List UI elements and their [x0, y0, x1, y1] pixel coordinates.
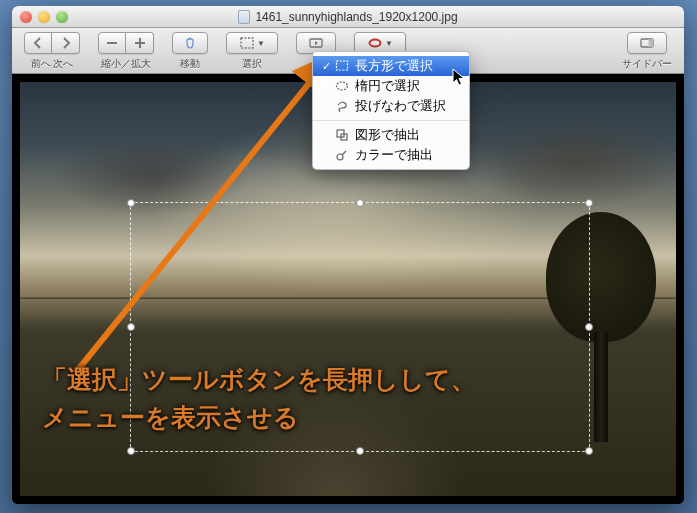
window-title: 1461_sunnyhighlands_1920x1200.jpg	[255, 10, 457, 24]
ellipse-select-icon	[333, 79, 351, 93]
slideshow-icon	[308, 35, 324, 51]
menu-item-rect-select[interactable]: ✓ 長方形で選択	[313, 56, 469, 76]
annotation-arrow-icon	[47, 51, 357, 381]
lasso-icon	[333, 99, 351, 113]
svg-line-11	[77, 61, 327, 371]
menu-item-label: カラーで抽出	[355, 146, 433, 164]
dropdown-indicator-icon: ▼	[257, 39, 265, 48]
resize-handle[interactable]	[585, 323, 593, 331]
zoom-window-button[interactable]	[56, 11, 68, 23]
svg-point-2	[370, 40, 381, 47]
preview-window: 1461_sunnyhighlands_1920x1200.jpg 前へ 次へ	[12, 6, 684, 504]
menu-item-label: 楕円で選択	[355, 77, 420, 95]
annotation-text: 「選択」ツールボタンを長押しして、 メニューを表示させる	[42, 361, 476, 436]
sidebar-toggle-button[interactable]	[627, 32, 667, 54]
menu-item-ellipse-select[interactable]: 楕円で選択	[313, 76, 469, 96]
menu-item-label: 投げなわで選択	[355, 97, 446, 115]
select-tool-menu: ✓ 長方形で選択 楕円で選択 投げなわで選択 図形で抽出	[312, 51, 470, 170]
oval-icon	[367, 35, 383, 51]
svg-rect-5	[337, 61, 348, 70]
annotation-line1: 「選択」ツールボタンを長押しして、	[42, 365, 476, 393]
title-area: 1461_sunnyhighlands_1920x1200.jpg	[12, 10, 684, 24]
document-icon	[238, 10, 250, 24]
sidebar-icon	[639, 35, 655, 51]
sidebar-group: サイドバー	[622, 32, 672, 71]
menu-item-color-extract[interactable]: カラーで抽出	[313, 145, 469, 165]
svg-rect-0	[241, 38, 253, 48]
menu-item-label: 図形で抽出	[355, 126, 420, 144]
checkmark-icon: ✓	[319, 60, 333, 73]
resize-handle[interactable]	[585, 199, 593, 207]
resize-handle[interactable]	[127, 447, 135, 455]
svg-rect-4	[649, 39, 654, 47]
shape-extract-icon	[333, 128, 351, 142]
resize-handle[interactable]	[585, 447, 593, 455]
window-controls	[20, 11, 68, 23]
svg-point-6	[337, 82, 348, 90]
titlebar: 1461_sunnyhighlands_1920x1200.jpg	[12, 6, 684, 28]
resize-handle[interactable]	[356, 199, 364, 207]
dropdown-indicator-icon: ▼	[385, 39, 393, 48]
close-window-button[interactable]	[20, 11, 32, 23]
sidebar-label: サイドバー	[622, 57, 672, 71]
color-extract-icon	[333, 148, 351, 162]
mouse-cursor-icon	[452, 68, 466, 88]
minimize-window-button[interactable]	[38, 11, 50, 23]
menu-item-label: 長方形で選択	[355, 57, 433, 75]
resize-handle[interactable]	[356, 447, 364, 455]
menu-item-shape-extract[interactable]: 図形で抽出	[313, 125, 469, 145]
menu-item-lasso-select[interactable]: 投げなわで選択	[313, 96, 469, 116]
annotation-line2: メニューを表示させる	[42, 403, 299, 431]
marquee-icon	[239, 35, 255, 51]
hand-icon	[182, 35, 198, 51]
rect-select-icon	[333, 59, 351, 73]
menu-separator	[313, 120, 469, 121]
